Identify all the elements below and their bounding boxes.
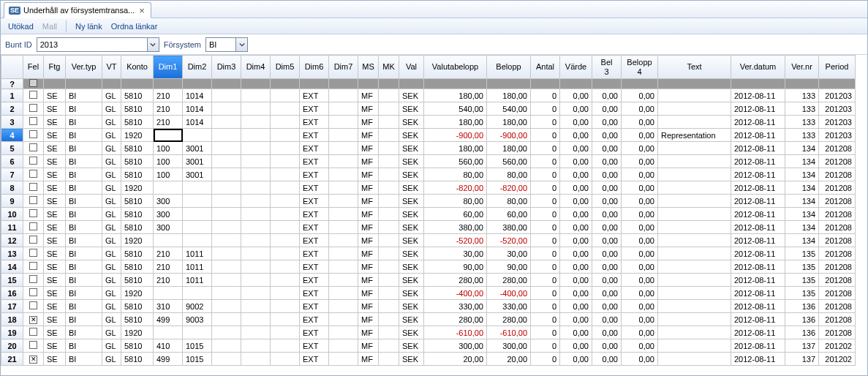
cell-ftg[interactable]: SE xyxy=(44,234,66,247)
cell-ftg[interactable]: SE xyxy=(44,195,66,208)
cell-ftg[interactable]: SE xyxy=(44,300,66,313)
fel-checkbox[interactable] xyxy=(29,130,37,138)
cell-vertyp[interactable]: BI xyxy=(66,221,102,234)
filter-cell-period[interactable] xyxy=(819,79,856,89)
cell-dim5[interactable] xyxy=(271,260,300,274)
cell-valutabelopp[interactable]: -820,00 xyxy=(424,181,487,195)
filter-cell-text[interactable] xyxy=(658,79,731,89)
cell-dim2[interactable]: 1011 xyxy=(183,274,212,287)
cell-belopp[interactable]: 20,00 xyxy=(487,353,531,366)
cell-vt[interactable]: GL xyxy=(102,247,121,260)
cell-text[interactable] xyxy=(658,155,731,168)
cell-mk[interactable] xyxy=(379,300,399,313)
filter-cell-ftg[interactable] xyxy=(44,79,66,89)
cell-valutabelopp[interactable]: 330,00 xyxy=(424,300,487,313)
cell-ms[interactable]: MF xyxy=(358,208,379,221)
cell-fel[interactable] xyxy=(23,353,44,366)
cell-period[interactable]: 201208 xyxy=(819,208,856,221)
cell-antal[interactable]: 0 xyxy=(531,155,560,168)
cell-mk[interactable] xyxy=(379,129,399,142)
fel-checkbox[interactable] xyxy=(29,91,37,99)
column-header-vt[interactable]: VT xyxy=(102,56,121,79)
cell-fel[interactable] xyxy=(23,287,44,300)
cell-varde[interactable]: 0,00 xyxy=(560,195,592,208)
cell-vt[interactable]: GL xyxy=(102,89,121,102)
fel-checkbox[interactable] xyxy=(29,262,37,270)
cell-val[interactable]: SEK xyxy=(399,339,424,353)
cell-dim6[interactable]: EXT xyxy=(300,129,329,142)
cell-dim5[interactable] xyxy=(271,208,300,221)
toolbar-ordna[interactable]: Ordna länkar xyxy=(108,20,161,32)
cell-mk[interactable] xyxy=(379,155,399,168)
cell-valutabelopp[interactable]: 180,00 xyxy=(424,89,487,102)
cell-bel4[interactable]: 0,00 xyxy=(622,300,658,313)
table-row[interactable]: 17SEBIGL58103109002EXTMFSEK330,00330,000… xyxy=(1,300,856,313)
cell-vertyp[interactable]: BI xyxy=(66,208,102,221)
cell-ftg[interactable]: SE xyxy=(44,129,66,142)
cell-dim6[interactable]: EXT xyxy=(300,116,329,129)
cell-dim4[interactable] xyxy=(241,89,271,102)
cell-fel[interactable] xyxy=(23,208,44,221)
cell-valutabelopp[interactable]: -610,00 xyxy=(424,326,487,339)
cell-vertyp[interactable]: BI xyxy=(66,300,102,313)
cell-ms[interactable]: MF xyxy=(358,313,379,326)
column-header-bel4[interactable]: Belopp4 xyxy=(622,56,658,79)
cell-vertyp[interactable]: BI xyxy=(66,313,102,326)
cell-period[interactable]: 201203 xyxy=(819,102,856,116)
cell-ftg[interactable]: SE xyxy=(44,208,66,221)
cell-dim1[interactable]: 210 xyxy=(154,116,183,129)
table-row[interactable]: 3SEBIGL58102101014EXTMFSEK180,00180,0000… xyxy=(1,116,856,129)
cell-valutabelopp[interactable]: 300,00 xyxy=(424,339,487,353)
column-header-belopp[interactable]: Belopp xyxy=(487,56,531,79)
cell-dim3[interactable] xyxy=(212,313,241,326)
cell-verdatum[interactable]: 2012-08-11 xyxy=(731,313,785,326)
table-row[interactable]: 11SEBIGL5810300EXTMFSEK380,00380,0000,00… xyxy=(1,221,856,234)
cell-dim5[interactable] xyxy=(271,181,300,195)
cell-vt[interactable]: GL xyxy=(102,208,121,221)
cell-belopp[interactable]: -820,00 xyxy=(487,181,531,195)
cell-vt[interactable]: GL xyxy=(102,313,121,326)
filter-cell-bel4[interactable] xyxy=(622,79,658,89)
cell-bel4[interactable]: 0,00 xyxy=(622,353,658,366)
cell-verdatum[interactable]: 2012-08-11 xyxy=(731,142,785,155)
cell-verdatum[interactable]: 2012-08-11 xyxy=(731,89,785,102)
cell-dim3[interactable] xyxy=(212,142,241,155)
cell-dim4[interactable] xyxy=(241,234,271,247)
cell-text[interactable] xyxy=(658,142,731,155)
cell-period[interactable]: 201202 xyxy=(819,339,856,353)
cell-dim3[interactable] xyxy=(212,353,241,366)
cell-verdatum[interactable]: 2012-08-11 xyxy=(731,326,785,339)
cell-bel4[interactable]: 0,00 xyxy=(622,234,658,247)
cell-dim4[interactable] xyxy=(241,208,271,221)
cell-belopp[interactable]: -520,00 xyxy=(487,234,531,247)
cell-dim4[interactable] xyxy=(241,353,271,366)
cell-period[interactable]: 201208 xyxy=(819,326,856,339)
cell-text[interactable] xyxy=(658,208,731,221)
cell-fel[interactable] xyxy=(23,221,44,234)
cell-vt[interactable]: GL xyxy=(102,129,121,142)
filter-cell-verdatum[interactable] xyxy=(731,79,785,89)
cell-dim7[interactable] xyxy=(329,339,358,353)
filter-cell-varde[interactable] xyxy=(560,79,592,89)
cell-bel3[interactable]: 0,00 xyxy=(592,260,622,274)
cell-ftg[interactable]: SE xyxy=(44,326,66,339)
cell-vt[interactable]: GL xyxy=(102,155,121,168)
column-header-dim6[interactable]: Dim6 xyxy=(300,56,329,79)
filter-cell-bel3[interactable] xyxy=(592,79,622,89)
cell-bel4[interactable]: 0,00 xyxy=(622,208,658,221)
cell-mk[interactable] xyxy=(379,326,399,339)
cell-ms[interactable]: MF xyxy=(358,234,379,247)
filter-cell-dim1[interactable] xyxy=(154,79,183,89)
cell-dim3[interactable] xyxy=(212,102,241,116)
cell-bel4[interactable]: 0,00 xyxy=(622,155,658,168)
cell-ms[interactable]: MF xyxy=(358,300,379,313)
cell-mk[interactable] xyxy=(379,208,399,221)
cell-ftg[interactable]: SE xyxy=(44,102,66,116)
cell-vernr[interactable]: 133 xyxy=(785,89,819,102)
cell-verdatum[interactable]: 2012-08-11 xyxy=(731,353,785,366)
cell-dim7[interactable] xyxy=(329,326,358,339)
cell-antal[interactable]: 0 xyxy=(531,300,560,313)
tab-active[interactable]: SE Underhåll av försystemtransa... × xyxy=(4,2,151,18)
cell-valutabelopp[interactable]: 560,00 xyxy=(424,155,487,168)
cell-fel[interactable] xyxy=(23,195,44,208)
